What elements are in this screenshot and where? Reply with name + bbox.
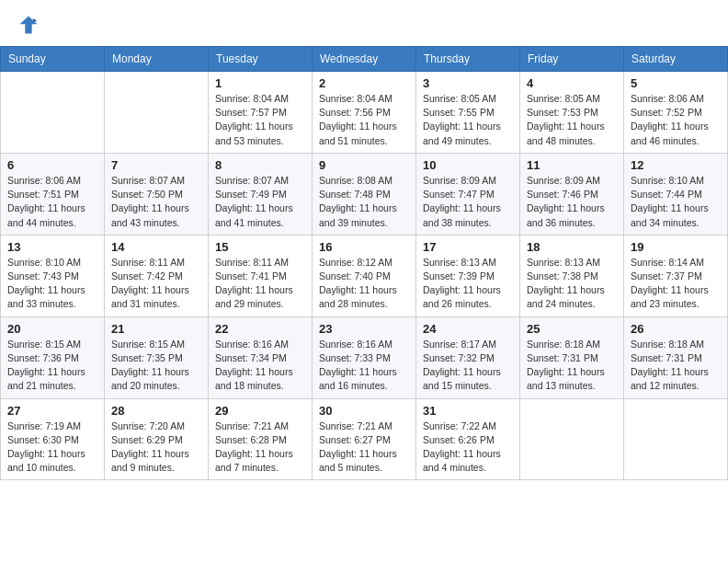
- day-cell: 12Sunrise: 8:10 AM Sunset: 7:44 PM Dayli…: [624, 153, 728, 235]
- day-number: 1: [215, 76, 305, 90]
- day-info: Sunrise: 8:16 AM Sunset: 7:33 PM Dayligh…: [319, 338, 409, 394]
- day-number: 2: [319, 76, 409, 90]
- day-number: 26: [631, 322, 721, 336]
- day-cell: 13Sunrise: 8:10 AM Sunset: 7:43 PM Dayli…: [1, 235, 105, 316]
- day-number: 16: [319, 240, 409, 254]
- day-info: Sunrise: 7:22 AM Sunset: 6:26 PM Dayligh…: [423, 419, 513, 476]
- calendar-table: SundayMondayTuesdayWednesdayThursdayFrid…: [0, 46, 728, 480]
- day-number: 10: [423, 158, 513, 172]
- weekday-header-monday: Monday: [105, 47, 209, 72]
- day-cell: 27Sunrise: 7:19 AM Sunset: 6:30 PM Dayli…: [1, 398, 105, 480]
- day-cell: 3Sunrise: 8:05 AM Sunset: 7:55 PM Daylig…: [416, 72, 520, 154]
- day-info: Sunrise: 8:10 AM Sunset: 7:43 PM Dayligh…: [7, 256, 97, 312]
- day-info: Sunrise: 8:04 AM Sunset: 7:57 PM Dayligh…: [215, 92, 305, 148]
- weekday-header-saturday: Saturday: [624, 47, 728, 72]
- day-info: Sunrise: 8:11 AM Sunset: 7:41 PM Dayligh…: [215, 256, 305, 312]
- day-cell: [1, 72, 105, 154]
- day-cell: 1Sunrise: 8:04 AM Sunset: 7:57 PM Daylig…: [209, 72, 313, 154]
- day-cell: 7Sunrise: 8:07 AM Sunset: 7:50 PM Daylig…: [105, 153, 209, 235]
- day-number: 24: [423, 322, 513, 336]
- day-info: Sunrise: 8:12 AM Sunset: 7:40 PM Dayligh…: [319, 256, 409, 312]
- day-info: Sunrise: 8:13 AM Sunset: 7:38 PM Dayligh…: [527, 256, 617, 312]
- day-info: Sunrise: 8:18 AM Sunset: 7:31 PM Dayligh…: [631, 338, 721, 394]
- day-info: Sunrise: 8:05 AM Sunset: 7:53 PM Dayligh…: [527, 92, 617, 148]
- day-number: 21: [111, 322, 201, 336]
- day-info: Sunrise: 8:17 AM Sunset: 7:32 PM Dayligh…: [423, 338, 513, 394]
- day-number: 7: [111, 158, 201, 172]
- day-number: 17: [423, 240, 513, 254]
- day-cell: 24Sunrise: 8:17 AM Sunset: 7:32 PM Dayli…: [416, 316, 520, 398]
- day-info: Sunrise: 8:15 AM Sunset: 7:35 PM Dayligh…: [111, 338, 201, 394]
- day-cell: 25Sunrise: 8:18 AM Sunset: 7:31 PM Dayli…: [520, 316, 624, 398]
- day-cell: 23Sunrise: 8:16 AM Sunset: 7:33 PM Dayli…: [313, 316, 416, 398]
- day-info: Sunrise: 8:13 AM Sunset: 7:39 PM Dayligh…: [423, 256, 513, 312]
- day-info: Sunrise: 8:18 AM Sunset: 7:31 PM Dayligh…: [527, 338, 617, 394]
- day-info: Sunrise: 8:16 AM Sunset: 7:34 PM Dayligh…: [215, 338, 305, 394]
- logo: [18, 15, 42, 35]
- day-info: Sunrise: 8:14 AM Sunset: 7:37 PM Dayligh…: [631, 256, 721, 312]
- day-cell: 22Sunrise: 8:16 AM Sunset: 7:34 PM Dayli…: [209, 316, 313, 398]
- weekday-header-friday: Friday: [520, 47, 624, 72]
- day-number: 6: [7, 158, 97, 172]
- day-number: 25: [527, 322, 617, 336]
- day-number: 12: [631, 158, 721, 172]
- day-number: 31: [423, 404, 513, 418]
- day-number: 4: [527, 76, 617, 90]
- day-number: 5: [631, 76, 721, 90]
- day-info: Sunrise: 8:15 AM Sunset: 7:36 PM Dayligh…: [7, 338, 97, 394]
- day-number: 30: [319, 404, 409, 418]
- day-cell: 18Sunrise: 8:13 AM Sunset: 7:38 PM Dayli…: [520, 235, 624, 316]
- day-info: Sunrise: 7:20 AM Sunset: 6:29 PM Dayligh…: [111, 419, 201, 476]
- day-number: 15: [215, 240, 305, 254]
- day-cell: 17Sunrise: 8:13 AM Sunset: 7:39 PM Dayli…: [416, 235, 520, 316]
- day-number: 18: [527, 240, 617, 254]
- day-cell: 9Sunrise: 8:08 AM Sunset: 7:48 PM Daylig…: [313, 153, 416, 235]
- week-row-3: 13Sunrise: 8:10 AM Sunset: 7:43 PM Dayli…: [1, 235, 728, 316]
- day-info: Sunrise: 8:07 AM Sunset: 7:50 PM Dayligh…: [111, 174, 201, 230]
- day-number: 9: [319, 158, 409, 172]
- day-info: Sunrise: 8:09 AM Sunset: 7:46 PM Dayligh…: [527, 174, 617, 230]
- day-info: Sunrise: 8:11 AM Sunset: 7:42 PM Dayligh…: [111, 256, 201, 312]
- day-info: Sunrise: 8:10 AM Sunset: 7:44 PM Dayligh…: [631, 174, 721, 230]
- day-number: 19: [631, 240, 721, 254]
- day-cell: 20Sunrise: 8:15 AM Sunset: 7:36 PM Dayli…: [1, 316, 105, 398]
- day-cell: 31Sunrise: 7:22 AM Sunset: 6:26 PM Dayli…: [416, 398, 520, 480]
- week-row-5: 27Sunrise: 7:19 AM Sunset: 6:30 PM Dayli…: [1, 398, 728, 480]
- day-cell: [520, 398, 624, 480]
- weekday-header-row: SundayMondayTuesdayWednesdayThursdayFrid…: [1, 47, 728, 72]
- day-number: 14: [111, 240, 201, 254]
- day-cell: 15Sunrise: 8:11 AM Sunset: 7:41 PM Dayli…: [209, 235, 313, 316]
- page: SundayMondayTuesdayWednesdayThursdayFrid…: [0, 0, 728, 563]
- day-number: 11: [527, 158, 617, 172]
- day-cell: 8Sunrise: 8:07 AM Sunset: 7:49 PM Daylig…: [209, 153, 313, 235]
- day-cell: 6Sunrise: 8:06 AM Sunset: 7:51 PM Daylig…: [1, 153, 105, 235]
- day-number: 23: [319, 322, 409, 336]
- day-cell: 14Sunrise: 8:11 AM Sunset: 7:42 PM Dayli…: [105, 235, 209, 316]
- day-cell: 11Sunrise: 8:09 AM Sunset: 7:46 PM Dayli…: [520, 153, 624, 235]
- weekday-header-thursday: Thursday: [416, 47, 520, 72]
- day-info: Sunrise: 8:07 AM Sunset: 7:49 PM Dayligh…: [215, 174, 305, 230]
- day-cell: 26Sunrise: 8:18 AM Sunset: 7:31 PM Dayli…: [624, 316, 728, 398]
- day-number: 3: [423, 76, 513, 90]
- day-number: 29: [215, 404, 305, 418]
- day-cell: 5Sunrise: 8:06 AM Sunset: 7:52 PM Daylig…: [624, 72, 728, 154]
- day-info: Sunrise: 8:08 AM Sunset: 7:48 PM Dayligh…: [319, 174, 409, 230]
- day-info: Sunrise: 8:09 AM Sunset: 7:47 PM Dayligh…: [423, 174, 513, 230]
- weekday-header-sunday: Sunday: [1, 47, 105, 72]
- day-number: 8: [215, 158, 305, 172]
- day-info: Sunrise: 7:21 AM Sunset: 6:28 PM Dayligh…: [215, 419, 305, 476]
- day-cell: 19Sunrise: 8:14 AM Sunset: 7:37 PM Dayli…: [624, 235, 728, 316]
- day-cell: 2Sunrise: 8:04 AM Sunset: 7:56 PM Daylig…: [313, 72, 416, 154]
- day-cell: 28Sunrise: 7:20 AM Sunset: 6:29 PM Dayli…: [105, 398, 209, 480]
- day-number: 13: [7, 240, 97, 254]
- day-cell: 21Sunrise: 8:15 AM Sunset: 7:35 PM Dayli…: [105, 316, 209, 398]
- svg-marker-0: [19, 16, 37, 33]
- day-cell: 30Sunrise: 7:21 AM Sunset: 6:27 PM Dayli…: [313, 398, 416, 480]
- day-info: Sunrise: 7:19 AM Sunset: 6:30 PM Dayligh…: [7, 419, 97, 476]
- day-info: Sunrise: 7:21 AM Sunset: 6:27 PM Dayligh…: [319, 419, 409, 476]
- week-row-2: 6Sunrise: 8:06 AM Sunset: 7:51 PM Daylig…: [1, 153, 728, 235]
- day-number: 28: [111, 404, 201, 418]
- weekday-header-tuesday: Tuesday: [209, 47, 313, 72]
- weekday-header-wednesday: Wednesday: [313, 47, 416, 72]
- day-info: Sunrise: 8:06 AM Sunset: 7:51 PM Dayligh…: [7, 174, 97, 230]
